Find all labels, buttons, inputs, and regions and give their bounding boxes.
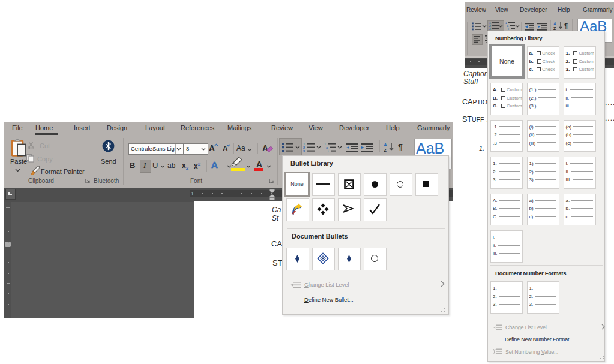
svg-text:3: 3 [489, 28, 491, 30]
svg-text:3: 3 [303, 149, 305, 152]
svg-text:Z: Z [553, 26, 556, 31]
svg-text:i: i [508, 28, 509, 30]
svg-text:Z: Z [384, 148, 387, 152]
svg-text:A: A [553, 22, 556, 26]
svg-text:i: i [328, 149, 328, 152]
svg-text:A: A [384, 142, 387, 148]
